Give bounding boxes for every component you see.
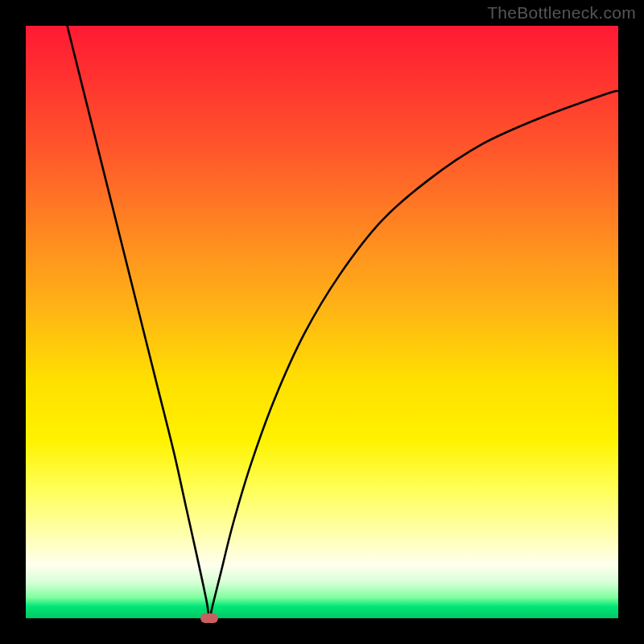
- attribution-text: TheBottleneck.com: [487, 3, 636, 23]
- bottleneck-curve: [26, 26, 618, 618]
- optimal-point-marker: [200, 613, 218, 623]
- plot-area: [26, 26, 618, 618]
- chart-container: TheBottleneck.com: [0, 0, 644, 644]
